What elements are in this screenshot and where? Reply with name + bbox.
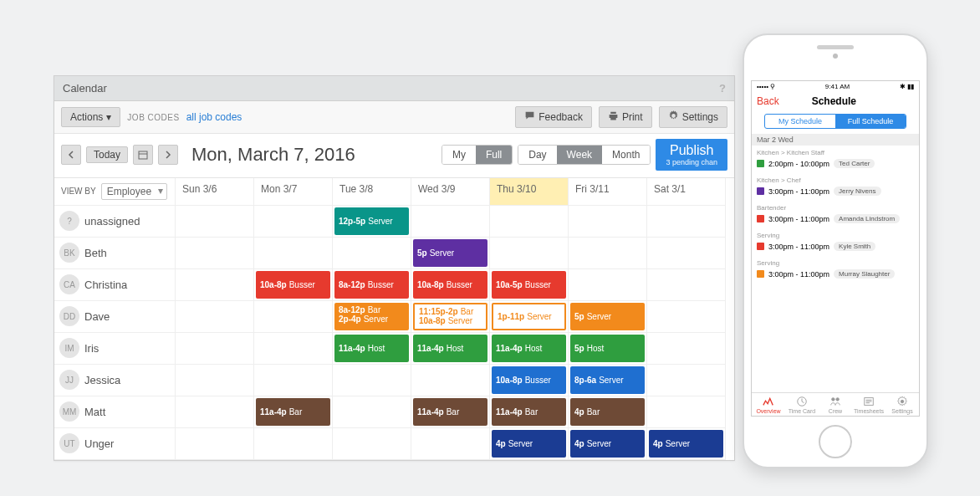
seg-full-schedule[interactable]: Full Schedule xyxy=(835,115,906,128)
shift-block[interactable]: 10a-5pBusser xyxy=(492,271,566,299)
schedule-cell[interactable]: 4pServer xyxy=(569,428,647,460)
shift-block[interactable]: 5pHost xyxy=(570,335,645,362)
schedule-cell[interactable] xyxy=(647,238,726,269)
settings-button[interactable]: Settings xyxy=(659,106,727,128)
schedule-cell[interactable]: 10a-8pBusser xyxy=(411,269,490,301)
schedule-cell[interactable] xyxy=(569,206,647,238)
seg-my-schedule[interactable]: My Schedule xyxy=(765,115,835,128)
prev-button[interactable] xyxy=(61,145,81,165)
seg-day[interactable]: Day xyxy=(518,146,556,164)
schedule-cell[interactable] xyxy=(254,238,333,269)
schedule-cell[interactable] xyxy=(333,365,411,396)
schedule-cell[interactable] xyxy=(254,365,333,396)
schedule-cell[interactable] xyxy=(647,365,726,396)
schedule-cell[interactable] xyxy=(490,206,569,238)
schedule-cell[interactable]: 8p-6aServer xyxy=(569,365,647,396)
schedule-cell[interactable] xyxy=(647,301,726,333)
schedule-cell[interactable] xyxy=(176,206,254,238)
schedule-cell[interactable]: 11a-4pHost xyxy=(411,333,490,365)
shift-block[interactable]: 11:15p-2pBar10a-8pServer xyxy=(413,303,487,330)
schedule-cell[interactable] xyxy=(176,301,254,333)
schedule-cell[interactable]: 4pServer xyxy=(490,428,569,460)
shift-block[interactable]: 5pServer xyxy=(413,239,487,267)
schedule-cell[interactable] xyxy=(647,269,726,301)
phone-tab-settings[interactable]: Settings xyxy=(886,393,919,416)
schedule-cell[interactable] xyxy=(333,428,411,460)
schedule-cell[interactable]: 11a-4pHost xyxy=(333,333,411,365)
next-button[interactable] xyxy=(158,145,178,165)
schedule-cell[interactable] xyxy=(490,238,569,269)
view-by-select[interactable]: Employee xyxy=(101,183,167,200)
seg-week[interactable]: Week xyxy=(557,146,602,164)
schedule-cell[interactable]: 4pServer xyxy=(647,428,726,460)
shift-block[interactable]: 11a-4pBar xyxy=(492,398,566,426)
schedule-cell[interactable] xyxy=(254,301,333,333)
schedule-cell[interactable]: 10a-5pBusser xyxy=(490,269,569,301)
schedule-cell[interactable] xyxy=(569,238,647,269)
phone-shift-entry[interactable]: 3:00pm - 11:00pm Jerry Nivens xyxy=(752,185,919,201)
phone-shift-entry[interactable]: 3:00pm - 11:00pm Murray Slaughter xyxy=(752,268,919,284)
calendar-picker-button[interactable] xyxy=(133,145,153,165)
phone-tab-time-card[interactable]: Time Card xyxy=(785,393,819,416)
shift-block[interactable]: 4pServer xyxy=(570,430,645,458)
schedule-cell[interactable]: 11a-4pBar xyxy=(490,396,569,428)
schedule-cell[interactable] xyxy=(176,333,254,365)
shift-block[interactable]: 8p-6aServer xyxy=(570,366,645,394)
schedule-cell[interactable] xyxy=(254,428,333,460)
schedule-cell[interactable] xyxy=(176,396,254,428)
actions-dropdown[interactable]: Actions ▾ xyxy=(61,107,120,127)
schedule-cell[interactable]: 10a-8pBusser xyxy=(490,365,569,396)
phone-tab-crew[interactable]: Crew xyxy=(819,393,852,416)
schedule-cell[interactable]: 10a-8pBusser xyxy=(254,269,333,301)
shift-block[interactable]: 1p-11pServer xyxy=(492,303,566,330)
schedule-cell[interactable] xyxy=(569,269,647,301)
print-button[interactable]: Print xyxy=(599,106,652,128)
shift-block[interactable]: 8a-12pBusser xyxy=(334,271,409,299)
shift-block[interactable]: 11a-4pHost xyxy=(492,335,566,362)
shift-block[interactable]: 4pServer xyxy=(649,430,723,458)
schedule-cell[interactable] xyxy=(176,428,254,460)
help-icon[interactable]: ? xyxy=(719,76,726,101)
schedule-cell[interactable]: 5pServer xyxy=(411,238,490,269)
schedule-cell[interactable]: 1p-11pServer xyxy=(490,301,569,333)
schedule-cell[interactable] xyxy=(647,333,726,365)
shift-block[interactable]: 11a-4pBar xyxy=(256,398,330,426)
today-button[interactable]: Today xyxy=(86,146,128,163)
shift-block[interactable]: 11a-4pHost xyxy=(334,335,409,362)
feedback-button[interactable]: Feedback xyxy=(515,106,592,128)
shift-block[interactable]: 4pBar xyxy=(570,398,645,426)
schedule-cell[interactable] xyxy=(333,238,411,269)
schedule-cell[interactable]: 4pBar xyxy=(569,396,647,428)
phone-shift-entry[interactable]: 2:00pm - 10:00pm Ted Carter xyxy=(752,157,919,173)
phone-shift-entry[interactable]: 3:00pm - 11:00pm Kyle Smith xyxy=(752,240,919,256)
all-job-codes-link[interactable]: all job codes xyxy=(186,111,242,123)
shift-block[interactable]: 10a-8pBusser xyxy=(256,271,330,299)
schedule-cell[interactable] xyxy=(176,238,254,269)
schedule-cell[interactable] xyxy=(411,365,490,396)
schedule-cell[interactable]: 8a-12pBusser xyxy=(333,269,411,301)
seg-my[interactable]: My xyxy=(442,146,476,164)
schedule-cell[interactable]: 12p-5pServer xyxy=(333,206,411,238)
schedule-cell[interactable]: 11a-4pHost xyxy=(490,333,569,365)
shift-block[interactable]: 11a-4pHost xyxy=(413,335,487,362)
shift-block[interactable]: 10a-8pBusser xyxy=(413,271,487,299)
schedule-cell[interactable] xyxy=(411,428,490,460)
shift-block[interactable]: 5pServer xyxy=(570,303,645,330)
schedule-cell[interactable]: 8a-12pBar2p-4pServer xyxy=(333,301,411,333)
schedule-cell[interactable] xyxy=(254,333,333,365)
shift-block[interactable]: 10a-8pBusser xyxy=(492,366,566,394)
schedule-cell[interactable] xyxy=(411,206,490,238)
schedule-cell[interactable] xyxy=(176,269,254,301)
schedule-cell[interactable] xyxy=(647,206,726,238)
phone-tab-overview[interactable]: Overview xyxy=(752,393,785,416)
schedule-cell[interactable]: 5pServer xyxy=(569,301,647,333)
shift-block[interactable]: 4pServer xyxy=(492,430,566,458)
seg-month[interactable]: Month xyxy=(602,146,650,164)
phone-shift-entry[interactable]: 3:00pm - 11:00pm Amanda Lindstrom xyxy=(752,212,919,228)
schedule-cell[interactable] xyxy=(176,365,254,396)
phone-tab-timesheets[interactable]: Timesheets xyxy=(852,393,886,416)
schedule-cell[interactable]: 11a-4pBar xyxy=(411,396,490,428)
seg-full[interactable]: Full xyxy=(476,146,512,164)
home-button[interactable] xyxy=(819,425,852,458)
schedule-cell[interactable] xyxy=(647,396,726,428)
